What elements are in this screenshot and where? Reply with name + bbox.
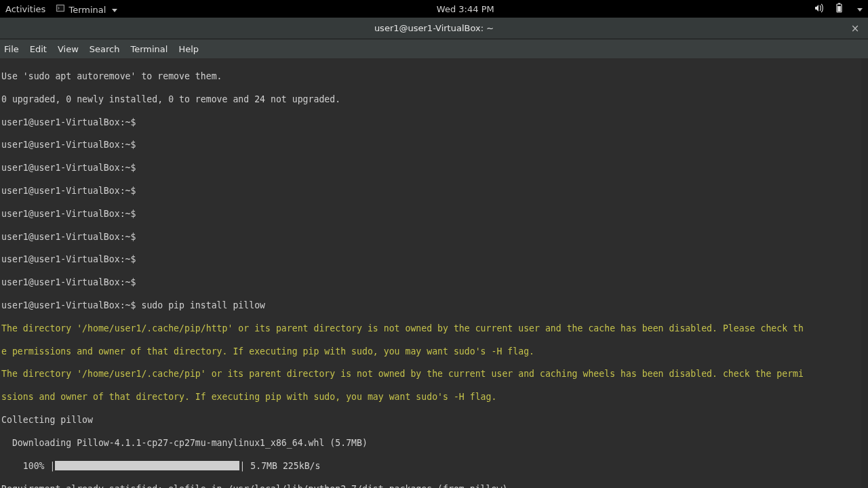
clock[interactable]: Wed 3:44 PM <box>437 4 494 14</box>
term-line: user1@user1-VirtualBox:~$ <box>1 140 865 151</box>
activities-button[interactable]: Activities <box>5 4 45 14</box>
menu-edit[interactable]: Edit <box>30 44 47 54</box>
term-line: user1@user1-VirtualBox:~$ <box>1 209 865 220</box>
terminal-menubar: File Edit View Search Terminal Help <box>0 39 868 58</box>
battery-icon[interactable] <box>834 3 845 16</box>
term-line: 0 upgraded, 0 newly installed, 0 to remo… <box>1 94 865 106</box>
menu-view[interactable]: View <box>58 44 79 54</box>
system-menu-arrow[interactable] <box>854 4 863 14</box>
current-app[interactable]: Terminal <box>55 3 117 15</box>
window-title-text: user1@user1-VirtualBox: ~ <box>374 23 494 33</box>
term-line: Requirement already satisfied: olefile i… <box>1 484 865 488</box>
term-line: Collecting pillow <box>1 415 865 426</box>
current-app-label: Terminal <box>68 5 106 15</box>
gnome-topbar: Activities Terminal Wed 3:44 PM <box>0 0 868 18</box>
pip-warning: The directory '/home/user1/.cache/pip/ht… <box>1 323 865 335</box>
menu-help[interactable]: Help <box>178 44 199 54</box>
term-line: user1@user1-VirtualBox:~$ sudo pip insta… <box>1 300 865 312</box>
progress-bar <box>55 461 239 470</box>
term-line: user1@user1-VirtualBox:~$ <box>1 117 865 129</box>
svg-rect-3 <box>838 3 840 4</box>
term-line: user1@user1-VirtualBox:~$ <box>1 163 865 174</box>
term-line: Use 'sudo apt autoremove' to remove them… <box>1 71 865 83</box>
terminal-icon <box>55 3 66 14</box>
term-line: user1@user1-VirtualBox:~$ <box>1 254 865 266</box>
pip-warning: ssions and owner of that directory. If e… <box>1 392 865 403</box>
menu-terminal[interactable]: Terminal <box>130 44 167 54</box>
term-line: user1@user1-VirtualBox:~$ <box>1 186 865 197</box>
scrollbar[interactable] <box>861 58 868 488</box>
window-titlebar: user1@user1-VirtualBox: ~ × <box>0 18 868 39</box>
chevron-down-icon <box>857 8 863 12</box>
chevron-down-icon <box>112 9 117 12</box>
pip-warning: The directory '/home/user1/.cache/pip' o… <box>1 369 865 380</box>
pip-warning: e permissions and owner of that director… <box>1 346 865 358</box>
progress-line: 100% || 5.7MB 225kB/s <box>1 461 865 472</box>
volume-icon[interactable] <box>814 3 825 16</box>
term-line: user1@user1-VirtualBox:~$ <box>1 277 865 289</box>
window-close-button[interactable]: × <box>849 22 861 35</box>
menu-search[interactable]: Search <box>90 44 120 54</box>
term-line: Downloading Pillow-4.1.1-cp27-cp27mu-man… <box>1 438 865 449</box>
term-line: user1@user1-VirtualBox:~$ <box>1 232 865 243</box>
svg-rect-1 <box>58 5 64 11</box>
terminal-output[interactable]: Use 'sudo apt autoremove' to remove them… <box>0 58 868 488</box>
menu-file[interactable]: File <box>4 44 19 54</box>
svg-rect-4 <box>837 6 841 12</box>
